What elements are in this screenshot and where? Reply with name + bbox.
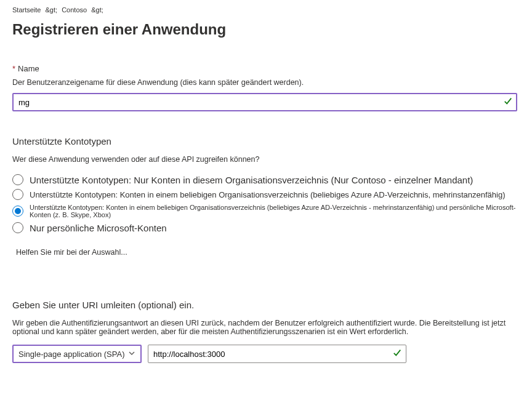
page-title: Registrieren einer Anwendung xyxy=(12,21,520,38)
radio-option-multi-tenant[interactable]: Unterstützte Kontotypen: Konten in einem… xyxy=(12,187,520,202)
name-description: Der Benutzeranzeigename für diese Anwend… xyxy=(12,78,520,87)
platform-dropdown[interactable]: Single-page application (SPA) xyxy=(12,345,142,363)
redirect-uri-description: Wir geben die Authentifizierungsantwort … xyxy=(12,319,517,336)
radio-circle-icon xyxy=(12,174,23,185)
radio-label: Unterstützte Kontotypen: Konten in einem… xyxy=(30,190,506,199)
redirect-uri-heading: Geben Sie unter URI umleiten (optional) … xyxy=(12,300,520,310)
radio-circle-selected-icon xyxy=(12,206,23,217)
breadcrumb-sep-2: &gt; xyxy=(91,6,103,14)
name-label: * Name xyxy=(12,64,39,73)
account-types-radio-group: Unterstützte Kontotypen: Nur Konten in d… xyxy=(12,172,520,235)
radio-label: Unterstützte Kontotypen: Nur Konten in d… xyxy=(30,175,473,185)
checkmark-icon xyxy=(393,348,401,359)
breadcrumb-org[interactable]: Contoso xyxy=(62,6,87,14)
account-types-heading: Unterstützte Kontotypen xyxy=(12,136,520,146)
uri-input-wrapper xyxy=(148,345,406,363)
account-types-subtext: Wer diese Anwendung verwenden oder auf d… xyxy=(12,155,520,164)
name-input-wrapper xyxy=(12,93,517,111)
required-asterisk: * xyxy=(12,64,15,73)
redirect-uri-input[interactable] xyxy=(148,345,406,363)
radio-option-multi-tenant-personal[interactable]: Unterstützte Kontotypen: Konten in einem… xyxy=(12,202,520,220)
breadcrumb-home[interactable]: Startseite xyxy=(12,6,41,14)
radio-label: Unterstützte Kontotypen: Konten in einem… xyxy=(30,204,520,218)
radio-dot-icon xyxy=(15,208,21,214)
checkmark-icon xyxy=(504,97,512,108)
radio-label: Nur persönliche Microsoft-Konten xyxy=(30,223,167,233)
chevron-down-icon xyxy=(128,350,135,359)
name-label-text: Name xyxy=(18,64,39,73)
breadcrumb: Startseite &gt; Contoso &gt; xyxy=(12,6,520,14)
radio-circle-icon xyxy=(12,189,23,200)
radio-option-single-tenant[interactable]: Unterstützte Kontotypen: Nur Konten in d… xyxy=(12,172,520,187)
help-me-choose-link[interactable]: Helfen Sie mir bei der Auswahl... xyxy=(16,248,127,257)
name-input[interactable] xyxy=(12,93,517,111)
platform-dropdown-value: Single-page application (SPA) xyxy=(18,350,124,359)
radio-circle-icon xyxy=(12,222,23,233)
radio-option-personal-only[interactable]: Nur persönliche Microsoft-Konten xyxy=(12,220,520,235)
breadcrumb-sep-1: &gt; xyxy=(46,6,58,14)
